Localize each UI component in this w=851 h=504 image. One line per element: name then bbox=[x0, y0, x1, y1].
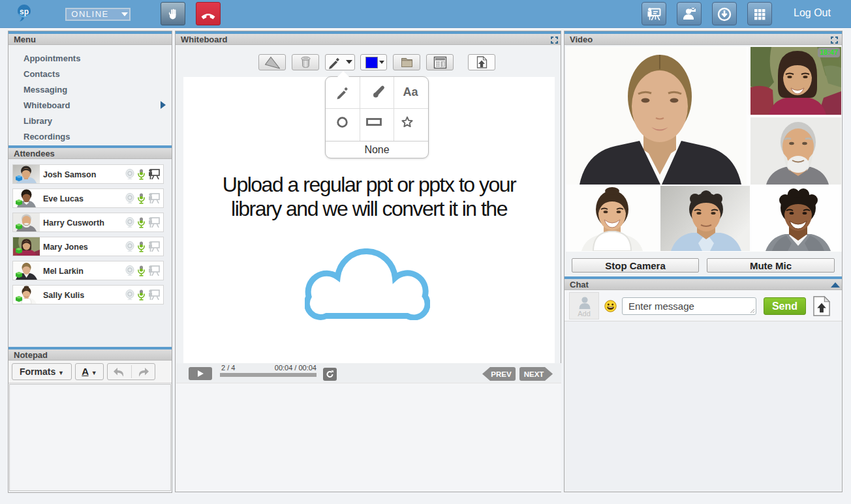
svg-text:NEXT: NEXT bbox=[524, 370, 544, 378]
svg-text:PREV: PREV bbox=[491, 370, 512, 378]
svg-text:sp: sp bbox=[20, 7, 29, 16]
